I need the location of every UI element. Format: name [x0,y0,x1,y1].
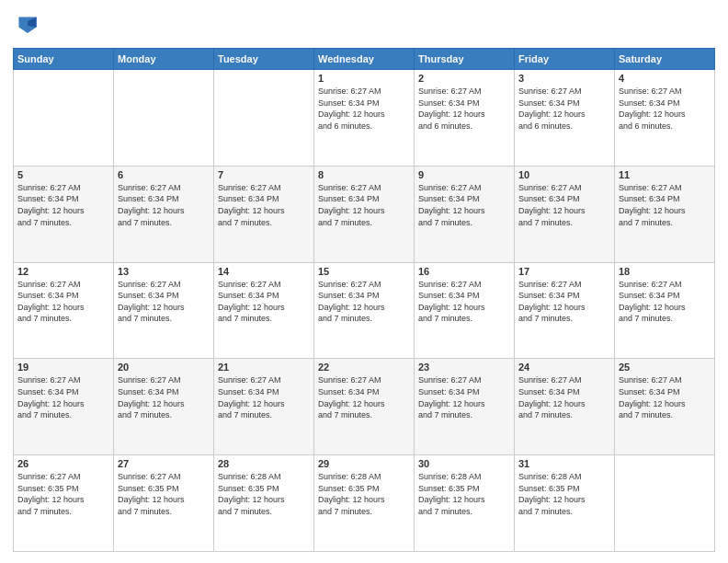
day-info: Sunrise: 6:27 AM Sunset: 6:34 PM Dayligh… [118,374,210,420]
calendar-week-1: 1Sunrise: 6:27 AM Sunset: 6:34 PM Daylig… [14,70,715,167]
calendar-cell: 20Sunrise: 6:27 AM Sunset: 6:34 PM Dayli… [114,359,214,455]
day-info: Sunrise: 6:27 AM Sunset: 6:34 PM Dayligh… [518,86,610,132]
calendar-week-3: 12Sunrise: 6:27 AM Sunset: 6:34 PM Dayli… [14,262,715,359]
day-number: 30 [418,458,510,469]
day-info: Sunrise: 6:27 AM Sunset: 6:34 PM Dayligh… [318,279,410,325]
calendar-cell: 18Sunrise: 6:27 AM Sunset: 6:34 PM Dayli… [615,262,715,359]
column-header-monday: Monday [114,49,214,70]
calendar-cell: 24Sunrise: 6:27 AM Sunset: 6:34 PM Dayli… [515,359,615,455]
day-number: 25 [619,362,711,373]
day-info: Sunrise: 6:27 AM Sunset: 6:34 PM Dayligh… [218,374,310,420]
calendar-cell [14,70,114,167]
day-number: 28 [218,458,310,469]
day-info: Sunrise: 6:27 AM Sunset: 6:34 PM Dayligh… [17,279,109,325]
day-number: 11 [619,169,711,180]
calendar-cell [615,455,715,552]
calendar-cell: 9Sunrise: 6:27 AM Sunset: 6:34 PM Daylig… [415,166,515,262]
day-number: 13 [118,266,210,277]
calendar-cell [114,70,214,167]
day-number: 20 [118,362,210,373]
calendar-cell: 6Sunrise: 6:27 AM Sunset: 6:34 PM Daylig… [114,166,214,262]
day-info: Sunrise: 6:27 AM Sunset: 6:34 PM Dayligh… [418,374,510,420]
generalblue-logo-icon [13,11,42,40]
calendar-header-row: SundayMondayTuesdayWednesdayThursdayFrid… [14,49,715,70]
calendar-cell: 13Sunrise: 6:27 AM Sunset: 6:34 PM Dayli… [114,262,214,359]
day-number: 10 [518,169,610,180]
day-number: 16 [418,266,510,277]
day-number: 23 [418,362,510,373]
day-number: 8 [318,169,410,180]
calendar-cell: 4Sunrise: 6:27 AM Sunset: 6:34 PM Daylig… [615,70,715,167]
day-number: 19 [17,362,109,373]
day-number: 31 [518,458,610,469]
calendar-cell: 23Sunrise: 6:27 AM Sunset: 6:34 PM Dayli… [415,359,515,455]
calendar-cell: 21Sunrise: 6:27 AM Sunset: 6:34 PM Dayli… [214,359,314,455]
calendar-week-4: 19Sunrise: 6:27 AM Sunset: 6:34 PM Dayli… [14,359,715,455]
calendar-cell [214,70,314,167]
calendar-cell: 11Sunrise: 6:27 AM Sunset: 6:34 PM Dayli… [615,166,715,262]
calendar-cell: 30Sunrise: 6:28 AM Sunset: 6:35 PM Dayli… [415,455,515,552]
calendar-cell: 5Sunrise: 6:27 AM Sunset: 6:34 PM Daylig… [14,166,114,262]
day-info: Sunrise: 6:27 AM Sunset: 6:34 PM Dayligh… [619,86,711,132]
day-info: Sunrise: 6:27 AM Sunset: 6:34 PM Dayligh… [318,374,410,420]
day-info: Sunrise: 6:27 AM Sunset: 6:34 PM Dayligh… [418,86,510,132]
day-info: Sunrise: 6:27 AM Sunset: 6:34 PM Dayligh… [518,374,610,420]
page: SundayMondayTuesdayWednesdayThursdayFrid… [0,0,728,563]
day-info: Sunrise: 6:27 AM Sunset: 6:34 PM Dayligh… [619,279,711,325]
day-info: Sunrise: 6:27 AM Sunset: 6:34 PM Dayligh… [218,279,310,325]
day-info: Sunrise: 6:27 AM Sunset: 6:34 PM Dayligh… [17,182,109,228]
day-info: Sunrise: 6:27 AM Sunset: 6:34 PM Dayligh… [318,86,410,132]
day-number: 4 [619,73,711,84]
day-number: 3 [518,73,610,84]
calendar-week-5: 26Sunrise: 6:27 AM Sunset: 6:35 PM Dayli… [14,455,715,552]
calendar-cell: 31Sunrise: 6:28 AM Sunset: 6:35 PM Dayli… [515,455,615,552]
calendar-cell: 1Sunrise: 6:27 AM Sunset: 6:34 PM Daylig… [314,70,415,167]
calendar-cell: 22Sunrise: 6:27 AM Sunset: 6:34 PM Dayli… [314,359,415,455]
day-number: 12 [17,266,109,277]
day-info: Sunrise: 6:27 AM Sunset: 6:35 PM Dayligh… [118,471,210,517]
column-header-sunday: Sunday [14,49,114,70]
day-info: Sunrise: 6:27 AM Sunset: 6:34 PM Dayligh… [118,182,210,228]
day-number: 17 [518,266,610,277]
column-header-thursday: Thursday [415,49,515,70]
day-info: Sunrise: 6:28 AM Sunset: 6:35 PM Dayligh… [518,471,610,517]
day-number: 7 [218,169,310,180]
day-number: 29 [318,458,410,469]
day-number: 1 [318,73,410,84]
day-number: 21 [218,362,310,373]
header [13,11,715,40]
calendar-cell: 26Sunrise: 6:27 AM Sunset: 6:35 PM Dayli… [14,455,114,552]
column-header-friday: Friday [515,49,615,70]
calendar-cell: 8Sunrise: 6:27 AM Sunset: 6:34 PM Daylig… [314,166,415,262]
calendar-cell: 19Sunrise: 6:27 AM Sunset: 6:34 PM Dayli… [14,359,114,455]
calendar-cell: 7Sunrise: 6:27 AM Sunset: 6:34 PM Daylig… [214,166,314,262]
day-info: Sunrise: 6:27 AM Sunset: 6:34 PM Dayligh… [118,279,210,325]
day-number: 27 [118,458,210,469]
column-header-saturday: Saturday [615,49,715,70]
column-header-wednesday: Wednesday [314,49,415,70]
calendar-cell: 2Sunrise: 6:27 AM Sunset: 6:34 PM Daylig… [415,70,515,167]
day-info: Sunrise: 6:27 AM Sunset: 6:34 PM Dayligh… [318,182,410,228]
day-number: 18 [619,266,711,277]
day-info: Sunrise: 6:28 AM Sunset: 6:35 PM Dayligh… [318,471,410,517]
calendar-cell: 3Sunrise: 6:27 AM Sunset: 6:34 PM Daylig… [515,70,615,167]
calendar-cell: 27Sunrise: 6:27 AM Sunset: 6:35 PM Dayli… [114,455,214,552]
day-info: Sunrise: 6:27 AM Sunset: 6:34 PM Dayligh… [619,374,711,420]
calendar-cell: 14Sunrise: 6:27 AM Sunset: 6:34 PM Dayli… [214,262,314,359]
calendar-cell: 17Sunrise: 6:27 AM Sunset: 6:34 PM Dayli… [515,262,615,359]
day-number: 24 [518,362,610,373]
day-info: Sunrise: 6:27 AM Sunset: 6:34 PM Dayligh… [17,374,109,420]
day-info: Sunrise: 6:28 AM Sunset: 6:35 PM Dayligh… [418,471,510,517]
day-number: 26 [17,458,109,469]
calendar-cell: 10Sunrise: 6:27 AM Sunset: 6:34 PM Dayli… [515,166,615,262]
day-info: Sunrise: 6:27 AM Sunset: 6:35 PM Dayligh… [17,471,109,517]
calendar-cell: 28Sunrise: 6:28 AM Sunset: 6:35 PM Dayli… [214,455,314,552]
day-info: Sunrise: 6:27 AM Sunset: 6:34 PM Dayligh… [518,182,610,228]
calendar-table: SundayMondayTuesdayWednesdayThursdayFrid… [13,48,715,552]
day-number: 9 [418,169,510,180]
day-info: Sunrise: 6:27 AM Sunset: 6:34 PM Dayligh… [518,279,610,325]
column-header-tuesday: Tuesday [214,49,314,70]
calendar-cell: 12Sunrise: 6:27 AM Sunset: 6:34 PM Dayli… [14,262,114,359]
day-info: Sunrise: 6:27 AM Sunset: 6:34 PM Dayligh… [619,182,711,228]
day-number: 22 [318,362,410,373]
